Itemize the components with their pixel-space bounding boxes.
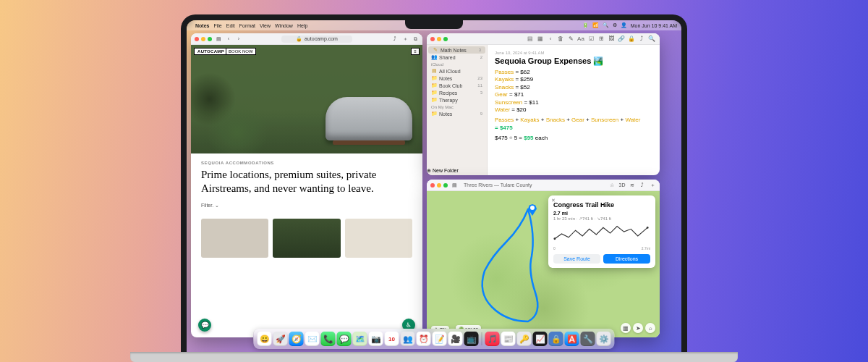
- dock-app-stocks[interactable]: 📈: [533, 332, 548, 346]
- new-folder-button[interactable]: ⊕ New Folder: [427, 167, 488, 175]
- binoculars-icon[interactable]: ⌕: [645, 323, 655, 333]
- directions-button[interactable]: Directions: [603, 254, 650, 264]
- sidebar-item-count: 9: [480, 111, 482, 116]
- back-icon[interactable]: ‹: [225, 35, 232, 43]
- dock-app-reminders[interactable]: ⏰: [417, 332, 431, 346]
- dock-app-finder[interactable]: 😀: [258, 332, 272, 346]
- sidebar-icon[interactable]: ▤: [215, 35, 222, 43]
- media-icon[interactable]: 🖼: [607, 35, 616, 42]
- zoom-button[interactable]: [443, 37, 448, 41]
- hamburger-menu-icon[interactable]: ≡: [411, 48, 420, 55]
- map-pin-icon[interactable]: [528, 204, 537, 216]
- dock-app-calendar[interactable]: 10: [385, 332, 399, 346]
- share-icon[interactable]: ⤴: [391, 35, 399, 43]
- dock-app-mail[interactable]: ✉️: [305, 332, 320, 346]
- new-tab-icon[interactable]: ＋: [401, 35, 409, 43]
- sidebar-item[interactable]: 📁Book Club11: [427, 82, 487, 89]
- dock-app-appstore[interactable]: 🅰️: [565, 332, 579, 346]
- dock-app-maps[interactable]: 🗺️: [353, 332, 367, 346]
- battery-icon[interactable]: 🔋: [582, 22, 589, 28]
- url-field[interactable]: 🔒 autocamp.com: [281, 35, 352, 43]
- minimize-button[interactable]: [201, 37, 205, 41]
- menubar-item[interactable]: Help: [297, 23, 307, 28]
- checklist-icon[interactable]: ☑: [587, 35, 595, 42]
- tabs-icon[interactable]: ⧉: [412, 35, 419, 43]
- trash-icon[interactable]: 🗑: [556, 35, 565, 42]
- sidebar-item[interactable]: 📁Recipes3: [427, 89, 487, 96]
- note-content[interactable]: June 10, 2024 at 9:41 AM Sequoia Group E…: [488, 45, 660, 167]
- clock[interactable]: Mon Jun 10 9:41 AM: [631, 23, 677, 28]
- map-mode-icon[interactable]: ▦: [621, 323, 631, 333]
- map-canvas[interactable]: ✕ Congress Trail Hike 2.7 mi 1 hr 23 min…: [427, 191, 660, 337]
- chat-fab-icon[interactable]: 💬: [198, 319, 211, 332]
- sidebar-item[interactable]: 📁Notes9: [427, 110, 487, 117]
- list-view-icon[interactable]: ▤: [526, 35, 535, 42]
- dock-app-passwords[interactable]: 🔑: [517, 332, 532, 346]
- thumbnail[interactable]: [201, 219, 268, 258]
- thumbnail[interactable]: [273, 219, 340, 258]
- dock-app-keychain[interactable]: 🔒: [549, 332, 563, 346]
- search-icon[interactable]: 🔍: [647, 35, 656, 42]
- share-icon[interactable]: ⤴: [637, 35, 646, 42]
- menubar-item[interactable]: File: [213, 23, 221, 28]
- close-button[interactable]: [430, 37, 435, 41]
- dock-app-facetime[interactable]: 📞: [321, 332, 336, 346]
- minimize-button[interactable]: [437, 37, 441, 41]
- sidebar-item[interactable]: 👥Shared2: [427, 54, 487, 61]
- menubar-app-name[interactable]: Notes: [195, 23, 209, 28]
- menubar-item[interactable]: Window: [275, 23, 293, 28]
- dock-app-tv[interactable]: 📺: [464, 332, 479, 346]
- dock-app-notes[interactable]: 📝: [433, 332, 447, 346]
- close-icon[interactable]: ✕: [551, 198, 556, 203]
- site-logo[interactable]: AUTOCAMP: [194, 48, 228, 55]
- grid-view-icon[interactable]: ▦: [536, 35, 545, 42]
- user-icon[interactable]: 👤: [621, 22, 627, 28]
- lock-icon[interactable]: 🔒: [627, 35, 636, 42]
- share-icon[interactable]: ⤴: [639, 182, 646, 189]
- sidebar-item[interactable]: ✎Math Notes3: [428, 46, 485, 54]
- wifi-icon[interactable]: 📶: [592, 22, 599, 28]
- sidebar-item[interactable]: 📁Notes23: [427, 75, 487, 82]
- headline: Prime locations, premium suites, private…: [201, 168, 412, 195]
- dock-app-contacts[interactable]: 👥: [401, 332, 415, 346]
- menubar-item[interactable]: Edit: [226, 23, 235, 28]
- forward-icon[interactable]: ›: [235, 35, 242, 43]
- compose-icon[interactable]: ✎: [566, 35, 575, 42]
- table-icon[interactable]: ⊞: [597, 35, 605, 42]
- menubar-item[interactable]: Format: [239, 23, 255, 28]
- minimize-button[interactable]: [437, 183, 441, 188]
- close-button[interactable]: [195, 37, 199, 41]
- dock-app-settings[interactable]: ⚙️: [597, 332, 611, 346]
- menubar-item[interactable]: View: [260, 23, 271, 28]
- control-center-icon[interactable]: ⚙︎: [613, 22, 617, 28]
- zoom-button[interactable]: [208, 37, 212, 41]
- dock-app-launchpad[interactable]: 🚀: [273, 332, 288, 346]
- dock-app-messages[interactable]: 💬: [337, 332, 352, 346]
- sidebar-icon[interactable]: ▤: [451, 182, 458, 189]
- dock-app-shortcuts[interactable]: 🔧: [581, 332, 595, 346]
- 3d-icon[interactable]: 3D: [618, 182, 626, 189]
- save-route-button[interactable]: Save Route: [553, 254, 600, 264]
- format-icon[interactable]: Aa: [576, 35, 585, 42]
- dock-app-photos[interactable]: 📷: [369, 332, 383, 346]
- dock-app-freeform[interactable]: 🎥: [448, 332, 463, 346]
- dock-app-music[interactable]: 🎵: [485, 332, 500, 346]
- sidebar-item[interactable]: ▤All iCloud: [427, 67, 487, 75]
- close-button[interactable]: [430, 183, 435, 188]
- dock-app-news[interactable]: 📰: [501, 332, 516, 346]
- search-icon[interactable]: 🔍: [603, 22, 609, 28]
- thumbnail[interactable]: [345, 219, 412, 258]
- zoom-button[interactable]: [443, 183, 448, 188]
- add-icon[interactable]: ＋: [649, 182, 656, 189]
- dock-separator: [482, 332, 482, 345]
- back-icon[interactable]: ‹: [546, 35, 555, 42]
- book-now-button[interactable]: BOOK NOW: [226, 48, 256, 55]
- sidebar-item[interactable]: 📁Therapy: [427, 96, 487, 104]
- layers-icon[interactable]: ≋: [629, 182, 636, 189]
- bookmark-icon[interactable]: ☆: [608, 182, 616, 189]
- notes-window: ▤ ▦ ‹ 🗑 ✎ Aa ☑ ⊞ 🖼 🔗 🔒 ⤴ 🔍 ✎Math Notes3👥…: [427, 33, 660, 175]
- link-icon[interactable]: 🔗: [617, 35, 626, 42]
- locate-icon[interactable]: ➤: [633, 323, 643, 333]
- dock-app-safari[interactable]: 🧭: [289, 332, 304, 346]
- filter-button[interactable]: Filter. ⌄: [201, 203, 412, 209]
